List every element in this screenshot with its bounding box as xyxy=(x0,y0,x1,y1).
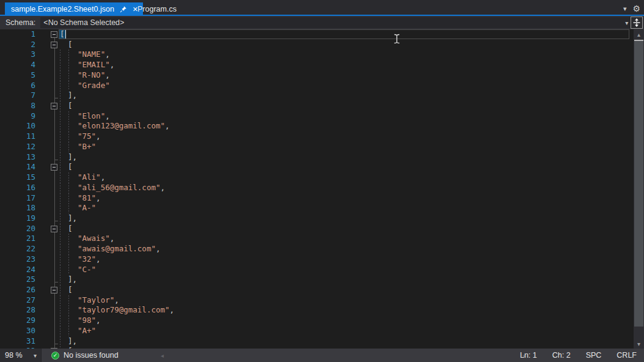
fold-margin[interactable] xyxy=(38,203,59,213)
code-line[interactable]: 24"C-" xyxy=(0,265,634,275)
fold-margin[interactable] xyxy=(38,213,59,224)
collapse-icon[interactable] xyxy=(51,164,57,171)
code-line[interactable]: 8[ xyxy=(0,101,634,111)
code-content[interactable]: "Taylor", xyxy=(59,295,634,306)
code-line[interactable]: 13], xyxy=(0,152,634,163)
fold-margin[interactable] xyxy=(38,60,59,70)
code-content[interactable]: ], xyxy=(59,213,634,224)
code-line[interactable]: 18"A-" xyxy=(0,203,634,213)
fold-margin[interactable] xyxy=(38,275,59,285)
code-line[interactable]: 31], xyxy=(0,336,634,347)
code-content[interactable]: [ xyxy=(59,40,634,50)
zoom-dropdown-icon[interactable]: ▾ xyxy=(34,352,37,359)
fold-margin[interactable] xyxy=(38,70,59,81)
code-content[interactable]: "Grade" xyxy=(59,81,634,91)
fold-margin[interactable] xyxy=(38,162,59,172)
code-line[interactable]: 23"32", xyxy=(0,254,634,265)
fold-margin[interactable] xyxy=(38,172,59,183)
code-line[interactable]: 2[ xyxy=(0,40,634,50)
code-content[interactable]: "32", xyxy=(59,254,634,265)
code-line[interactable]: 3"NAME", xyxy=(0,50,634,60)
code-content[interactable]: "A+" xyxy=(59,326,634,336)
fold-margin[interactable] xyxy=(38,193,59,204)
fold-margin[interactable] xyxy=(38,142,59,152)
code-content[interactable]: ], xyxy=(59,90,634,101)
code-content[interactable]: "81", xyxy=(59,193,634,204)
code-content[interactable]: ], xyxy=(59,275,634,285)
fold-margin[interactable] xyxy=(38,326,59,336)
fold-margin[interactable] xyxy=(38,316,59,326)
vertical-scrollbar[interactable]: ▴ ▾ xyxy=(634,29,644,349)
fold-margin[interactable] xyxy=(38,224,59,234)
code-content[interactable]: "NAME", xyxy=(59,50,634,60)
code-content[interactable]: ], xyxy=(59,152,634,163)
code-line[interactable]: 15"Ali", xyxy=(0,172,634,183)
code-content[interactable]: [ xyxy=(59,101,634,111)
scroll-down-icon[interactable]: ▾ xyxy=(634,339,644,349)
code-line[interactable]: 21"Awais", xyxy=(0,234,634,244)
code-line[interactable]: 1[ xyxy=(0,29,634,40)
collapse-icon[interactable] xyxy=(51,31,57,38)
code-content[interactable]: "B+" xyxy=(59,142,634,152)
code-content[interactable]: "EMAIL", xyxy=(59,60,634,70)
code-line[interactable]: 25], xyxy=(0,275,634,285)
schema-select[interactable]: <No Schema Selected> ▾ xyxy=(40,17,632,28)
code-line[interactable]: 30"A+" xyxy=(0,326,634,336)
scroll-up-icon[interactable]: ▴ xyxy=(634,29,644,39)
code-content[interactable]: "taylor79@gmail.com", xyxy=(59,305,634,316)
code-content[interactable]: "C-" xyxy=(59,265,634,275)
code-content[interactable]: "Elon", xyxy=(59,111,634,122)
scroll-left-icon[interactable]: ◂ xyxy=(161,349,164,362)
collapse-icon[interactable] xyxy=(51,226,57,232)
tab-program-cs[interactable]: Program.cs xyxy=(131,2,181,16)
code-line[interactable]: 17"81", xyxy=(0,193,634,204)
fold-margin[interactable] xyxy=(38,131,59,142)
code-line[interactable]: 14[ xyxy=(0,162,634,172)
code-line[interactable]: 29"98", xyxy=(0,316,634,326)
tab-json-file[interactable]: sample.Example2.Sheet0.json ✕ xyxy=(5,2,143,16)
fold-margin[interactable] xyxy=(38,234,59,244)
fold-margin[interactable] xyxy=(38,121,59,131)
code-line[interactable]: 26[ xyxy=(0,285,634,295)
collapse-icon[interactable] xyxy=(51,287,57,294)
code-line[interactable]: 27"Taylor", xyxy=(0,295,634,306)
code-line[interactable]: 6"Grade" xyxy=(0,81,634,91)
fold-margin[interactable] xyxy=(38,183,59,193)
code-line[interactable]: 22"awais@gmail.com", xyxy=(0,244,634,254)
fold-margin[interactable] xyxy=(38,285,59,295)
code-content[interactable]: "ali_56@gmail.com", xyxy=(59,183,634,193)
code-content[interactable]: "Ali", xyxy=(59,172,634,183)
split-view-button[interactable] xyxy=(631,17,643,29)
code-content[interactable]: "A-" xyxy=(59,203,634,213)
code-line[interactable]: 10"elon123@gamil.com", xyxy=(0,121,634,131)
fold-margin[interactable] xyxy=(38,90,59,101)
code-line[interactable]: 12"B+" xyxy=(0,142,634,152)
fold-margin[interactable] xyxy=(38,305,59,316)
fold-margin[interactable] xyxy=(38,254,59,265)
code-line[interactable]: 5"R-NO", xyxy=(0,70,634,81)
fold-margin[interactable] xyxy=(38,50,59,60)
code-line[interactable]: 28"taylor79@gmail.com", xyxy=(0,305,634,316)
window-list-dropdown-icon[interactable]: ▾ xyxy=(623,5,627,13)
code-line[interactable]: 11"75", xyxy=(0,131,634,142)
code-content[interactable]: [ xyxy=(59,162,634,172)
code-content[interactable]: "75", xyxy=(59,131,634,142)
code-line[interactable]: 9"Elon", xyxy=(0,111,634,122)
fold-margin[interactable] xyxy=(38,295,59,306)
fold-margin[interactable] xyxy=(38,81,59,91)
fold-margin[interactable] xyxy=(38,265,59,275)
json-editor[interactable]: 1[2[3"NAME",4"EMAIL",5"R-NO",6"Grade"7],… xyxy=(0,29,634,349)
scrollbar-thumb[interactable] xyxy=(634,40,643,327)
fold-margin[interactable] xyxy=(38,152,59,163)
pin-icon[interactable] xyxy=(120,6,127,13)
code-line[interactable]: 20[ xyxy=(0,224,634,234)
code-content[interactable]: "elon123@gamil.com", xyxy=(59,121,634,131)
code-content[interactable]: "98", xyxy=(59,316,634,326)
fold-margin[interactable] xyxy=(38,336,59,347)
fold-margin[interactable] xyxy=(38,29,59,40)
fold-margin[interactable] xyxy=(38,40,59,50)
chevron-down-icon[interactable]: ▾ xyxy=(625,20,628,26)
code-content[interactable]: [ xyxy=(59,285,634,295)
code-content[interactable]: "awais@gmail.com", xyxy=(59,244,634,254)
code-content[interactable]: [ xyxy=(59,224,634,234)
